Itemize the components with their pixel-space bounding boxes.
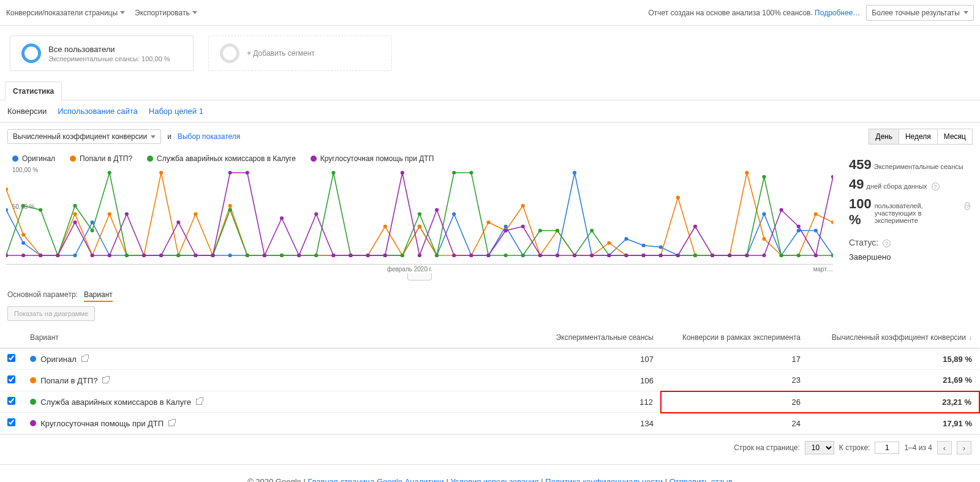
svg-point-193 xyxy=(797,225,801,228)
report-sampling-note: Отчет создан на основе анализа 100% сеан… xyxy=(648,9,860,17)
variant-dot-icon xyxy=(30,420,36,426)
report-note-text: Отчет создан на основе анализа 100% сеан… xyxy=(648,9,815,17)
primary-metric-selector[interactable]: Вычисленный коэффициент конверсии xyxy=(7,129,161,144)
open-external-icon[interactable] xyxy=(196,399,202,405)
x-axis-right-label: март… xyxy=(813,266,833,273)
col-conv-rate[interactable]: Вычисленный коэффициент конверсии↓ xyxy=(808,327,979,348)
report-note-link[interactable]: Подробнее… xyxy=(815,9,860,17)
conv-rate-cell: 21,69 % xyxy=(808,370,979,391)
svg-point-1 xyxy=(21,241,25,245)
legend-item[interactable]: Круглосуточная помощь при ДТП xyxy=(311,154,434,163)
svg-point-162 xyxy=(263,254,266,257)
svg-point-44 xyxy=(762,213,766,216)
svg-point-130 xyxy=(556,229,559,233)
svg-point-103 xyxy=(91,229,94,233)
footer-link[interactable]: Отправить отзыв xyxy=(669,477,733,482)
row-checkbox[interactable] xyxy=(7,397,15,405)
svg-point-104 xyxy=(108,171,111,175)
goto-row-input[interactable] xyxy=(875,442,899,454)
export-dropdown[interactable]: Экспортировать xyxy=(135,9,197,17)
subtab-goal-set-1[interactable]: Набор целей 1 xyxy=(149,107,203,116)
legend-item[interactable]: Служба аварийных комиссаров в Калуге xyxy=(147,154,296,163)
sub-tabs: Конверсии Использование сайта Набор целе… xyxy=(0,100,980,122)
period-month-button[interactable]: Месяц xyxy=(937,129,973,145)
svg-point-153 xyxy=(108,254,111,257)
open-external-icon[interactable] xyxy=(81,356,88,362)
svg-point-5 xyxy=(91,220,94,224)
row-checkbox[interactable] xyxy=(7,375,15,383)
segment-all-users[interactable]: Все пользователи Экспериментальные сеанс… xyxy=(10,36,194,71)
conv-rate-cell: 23,21 % xyxy=(808,391,979,413)
variant-cell: Оригинал xyxy=(23,348,526,370)
top-toolbar: Конверсии/показатели страницы Экспортиро… xyxy=(0,0,980,26)
rows-per-page-select[interactable]: 10 xyxy=(805,441,834,454)
svg-point-49 xyxy=(6,187,8,191)
svg-point-122 xyxy=(418,213,421,216)
svg-point-132 xyxy=(590,229,594,233)
choose-metric-link[interactable]: Выбор показателя xyxy=(178,132,240,141)
svg-point-36 xyxy=(624,237,628,241)
next-page-button[interactable]: › xyxy=(957,441,971,454)
legend-label: Круглосуточная помощь при ДТП xyxy=(320,154,434,163)
footer-link[interactable]: Политика конфиденциальности xyxy=(545,477,663,482)
svg-point-150 xyxy=(56,254,59,257)
legend-dot-icon xyxy=(70,156,76,162)
svg-point-50 xyxy=(21,233,25,236)
chart-expander-handle[interactable] xyxy=(407,273,432,281)
open-external-icon[interactable] xyxy=(168,420,175,426)
subtab-conversions[interactable]: Конверсии xyxy=(7,107,47,116)
svg-point-176 xyxy=(504,229,508,233)
conversions-dropdown[interactable]: Конверсии/показатели страницы xyxy=(6,9,125,17)
row-checkbox-cell xyxy=(0,391,23,413)
conv-rate-cell: 15,89 % xyxy=(808,348,979,370)
col-sessions[interactable]: Экспериментальные сеансы xyxy=(526,327,661,348)
col-conversions[interactable]: Конверсии в рамках эксперимента xyxy=(661,327,808,348)
svg-point-168 xyxy=(366,254,370,257)
prev-page-button[interactable]: ‹ xyxy=(937,441,952,454)
tab-statistics[interactable]: Статистика xyxy=(5,81,62,100)
summary-panel: 459Экспериментальные сеансы49дней сбора … xyxy=(839,151,980,281)
period-week-button[interactable]: Неделя xyxy=(899,129,938,145)
primary-dimension-value[interactable]: Вариант xyxy=(84,290,113,302)
open-external-icon[interactable] xyxy=(102,377,108,383)
legend-item[interactable]: Оригинал xyxy=(12,154,55,163)
svg-point-191 xyxy=(762,254,766,257)
table-pager: Строк на странице: 10 К строке: 1–4 из 4… xyxy=(0,434,980,461)
svg-point-117 xyxy=(331,171,335,175)
svg-point-186 xyxy=(676,254,680,257)
help-icon[interactable]: ? xyxy=(965,202,970,210)
svg-point-138 xyxy=(693,254,697,257)
svg-point-60 xyxy=(194,213,197,216)
footer-link[interactable]: Главная страница Google Аналитики xyxy=(307,477,443,482)
legend-dot-icon xyxy=(311,156,317,162)
subtab-site-usage[interactable]: Использование сайта xyxy=(58,107,138,116)
conversions-dropdown-label: Конверсии/показатели страницы xyxy=(6,9,118,17)
page-footer: © 2020 Google | Главная страница Google … xyxy=(0,464,980,482)
footer-link[interactable]: Условия использования xyxy=(450,477,538,482)
variant-dot-icon xyxy=(30,356,36,362)
footer-copyright: © 2020 Google xyxy=(247,477,301,482)
sessions-cell: 112 xyxy=(526,391,661,413)
svg-point-128 xyxy=(521,254,525,257)
period-day-button[interactable]: День xyxy=(869,129,899,145)
summary-stat: 49дней сбора данных? xyxy=(849,176,970,192)
add-segment-button[interactable]: + Добавить сегмент xyxy=(208,36,392,71)
svg-point-102 xyxy=(73,204,77,208)
help-icon[interactable]: ? xyxy=(883,239,891,247)
row-checkbox[interactable] xyxy=(7,418,15,426)
help-icon[interactable]: ? xyxy=(932,183,940,190)
conversions-cell: 24 xyxy=(661,413,808,434)
legend-item[interactable]: Попали в ДТП? xyxy=(70,154,132,163)
segment-subtitle: Экспериментальные сеансы: 100,00 % xyxy=(48,55,170,62)
primary-dimension-row: Основной параметр: Вариант xyxy=(0,281,980,304)
row-range-label: 1–4 из 4 xyxy=(904,443,932,452)
col-variant[interactable]: Вариант xyxy=(23,327,526,348)
results-precision-selector[interactable]: Более точные результаты xyxy=(866,5,974,21)
segment-circle-icon xyxy=(21,43,41,63)
row-checkbox[interactable] xyxy=(7,354,15,362)
svg-point-100 xyxy=(39,208,42,212)
export-dropdown-label: Экспортировать xyxy=(135,9,190,17)
legend-dot-icon xyxy=(12,156,18,162)
svg-point-160 xyxy=(228,171,232,175)
segment-title: Все пользователи xyxy=(48,45,170,54)
